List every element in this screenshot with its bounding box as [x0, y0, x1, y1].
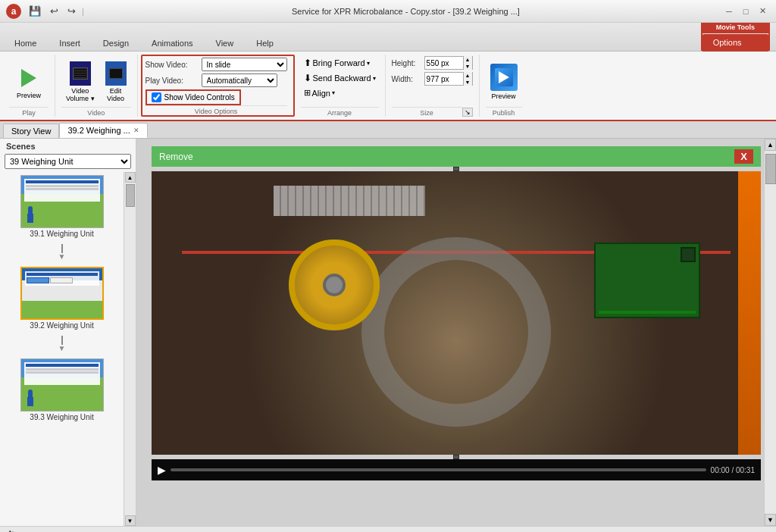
- scene-item-39-1[interactable]: 39.1 Weighing Unit: [3, 175, 120, 238]
- tab-story-view[interactable]: Story View: [3, 124, 59, 138]
- scenes-dropdown[interactable]: 39 Weighing Unit: [5, 154, 131, 169]
- tab-help[interactable]: Help: [245, 34, 285, 52]
- height-input-wrapper: 550 px ▲ ▼: [424, 56, 473, 70]
- video-content-bg: [152, 171, 761, 455]
- quick-access-toolbar: 💾 ↩ ↪ |: [26, 4, 84, 18]
- metal-ring: [361, 237, 551, 427]
- video-time-display: 00:00 / 00:31: [711, 466, 755, 474]
- height-input[interactable]: 550 px: [425, 59, 463, 67]
- size-dialog-launcher[interactable]: ↘: [462, 108, 473, 117]
- timeline-icon: ⏱: [6, 530, 15, 533]
- movie-tools-group: Movie Tools Options: [701, 23, 770, 51]
- ribbon-group-size: Height: 550 px ▲ ▼ Width: 977 px: [389, 55, 480, 117]
- send-backward-button[interactable]: ⬇ Send Backward ▾: [301, 71, 379, 85]
- tab-close-icon[interactable]: ✕: [133, 127, 139, 134]
- gear-shape: [289, 239, 380, 330]
- minimize-btn[interactable]: ─: [721, 4, 737, 19]
- circuit-board: [594, 243, 700, 318]
- show-video-row: Show Video: In slide Full screen In sepa…: [146, 58, 287, 71]
- width-increase-btn[interactable]: ▲: [463, 72, 472, 79]
- selection-handle-bottom: [152, 455, 761, 459]
- scene-connector-2: ▼: [3, 336, 120, 352]
- scene-label-39-2: 39.2 Weighing Unit: [30, 321, 93, 330]
- tab-options[interactable]: Options: [702, 34, 768, 52]
- video-popup-header: Remove X: [152, 146, 761, 167]
- scene-item-39-3[interactable]: 39.3 Weighing Unit: [3, 358, 120, 421]
- close-btn[interactable]: ✕: [755, 4, 770, 19]
- video-popup-close-btn[interactable]: X: [734, 149, 753, 164]
- scenes-scrollbar: ▲ ▼: [124, 172, 136, 526]
- main-area: Scenes 39 Weighing Unit: [0, 139, 776, 526]
- scroll-down-btn[interactable]: ▼: [125, 515, 136, 526]
- play-video-label: Play Video:: [146, 77, 199, 85]
- width-decrease-btn[interactable]: ▼: [463, 79, 472, 86]
- doc-tabs: Story View 39.2 Weighing ... ✕: [0, 121, 776, 139]
- video-popup: Remove X: [152, 146, 761, 480]
- ribbon-content: Preview Play Video Volume ▾: [0, 52, 776, 120]
- video-frame: [152, 171, 761, 455]
- tab-view[interactable]: View: [205, 34, 246, 52]
- height-decrease-btn[interactable]: ▼: [463, 63, 472, 70]
- ribbon-group-arrange: ⬆ Bring Forward ▾ ⬇ Send Backward ▾ ⊞ Al…: [298, 55, 386, 117]
- show-video-select[interactable]: In slide Full screen In separate window: [202, 58, 287, 71]
- play-video-select[interactable]: Automatically On click On hover: [202, 74, 277, 87]
- video-play-btn[interactable]: ▶: [158, 464, 166, 476]
- video-options-group-label: Video Options: [146, 105, 287, 115]
- orange-strip: [738, 171, 761, 455]
- scenes-header: Scenes: [0, 139, 136, 154]
- scroll-up-btn[interactable]: ▲: [125, 172, 136, 183]
- app-icon: a: [6, 4, 21, 19]
- play-group-content: Preview: [9, 56, 48, 107]
- edit-video-button[interactable]: Edit Video: [101, 60, 131, 104]
- content-scrollbar: ▲ ▼: [764, 139, 776, 526]
- height-increase-btn[interactable]: ▲: [463, 56, 472, 63]
- left-panel: Scenes 39 Weighing Unit: [0, 139, 136, 526]
- height-label: Height:: [392, 59, 422, 67]
- width-input-wrapper: 977 px ▲ ▼: [424, 72, 473, 86]
- show-video-label: Show Video:: [146, 61, 199, 69]
- content-area: Remove X: [136, 139, 776, 526]
- tab-weighing-2[interactable]: 39.2 Weighing ... ✕: [59, 123, 147, 138]
- align-button[interactable]: ⊞ Align ▾: [301, 86, 338, 99]
- title-bar: a 💾 ↩ ↪ | Service for XPR Microbalance -…: [0, 0, 776, 23]
- maximize-btn[interactable]: □: [738, 4, 753, 19]
- content-scroll-down[interactable]: ▼: [765, 514, 776, 526]
- ribbon-group-play: Preview Play: [6, 55, 55, 117]
- save-btn[interactable]: 💾: [26, 4, 44, 18]
- window-controls: ─ □ ✕: [721, 4, 770, 19]
- play-group-label: Play: [9, 107, 48, 117]
- bring-forward-button[interactable]: ⬆ Bring Forward ▾: [301, 56, 373, 70]
- scene-thumb-39-2: [20, 267, 104, 320]
- content-scroll-thumb[interactable]: [765, 154, 776, 184]
- tab-home[interactable]: Home: [3, 34, 48, 52]
- show-video-controls-row[interactable]: Show Video Controls: [146, 89, 241, 105]
- width-row: Width: 977 px ▲ ▼: [392, 72, 473, 86]
- scene-thumb-39-3: [20, 358, 104, 412]
- tab-insert[interactable]: Insert: [48, 34, 92, 52]
- ribbon-group-video-options: Show Video: In slide Full screen In sepa…: [141, 55, 295, 117]
- scene-item-39-2[interactable]: 39.2 Weighing Unit: [3, 267, 120, 330]
- publish-preview-button[interactable]: Preview: [486, 62, 522, 102]
- scene-label-39-3: 39.3 Weighing Unit: [30, 413, 93, 421]
- ribbon-group-video: Video Volume ▾ Edit Video Video: [58, 55, 138, 117]
- tab-design[interactable]: Design: [92, 34, 140, 52]
- scenes-list: 39.1 Weighing Unit ▼: [0, 172, 124, 526]
- scene-thumb-39-1: [20, 175, 104, 228]
- width-label: Width:: [392, 75, 422, 83]
- redo-btn[interactable]: ↪: [64, 4, 79, 18]
- undo-btn[interactable]: ↩: [47, 4, 61, 18]
- preview-play-button[interactable]: Preview: [9, 61, 48, 102]
- movie-tools-label: Movie Tools: [701, 23, 770, 32]
- show-video-controls-checkbox[interactable]: [152, 92, 161, 102]
- width-input[interactable]: 977 px: [425, 75, 463, 83]
- timeline-bar[interactable]: ⏱ Timeline, States and Notes ▲: [0, 526, 776, 532]
- title-text: Service for XPR Microbalance - Copy.stor…: [90, 7, 721, 16]
- arrange-group-label: Arrange: [301, 107, 379, 117]
- publish-group-label: Publish: [486, 107, 522, 117]
- tab-animations[interactable]: Animations: [140, 34, 204, 52]
- video-progress-bar[interactable]: [171, 468, 706, 471]
- video-group-label: Video: [61, 107, 131, 117]
- content-scroll-up[interactable]: ▲: [765, 139, 776, 151]
- video-volume-button[interactable]: Video Volume ▾: [61, 60, 99, 104]
- scroll-thumb[interactable]: [126, 184, 135, 207]
